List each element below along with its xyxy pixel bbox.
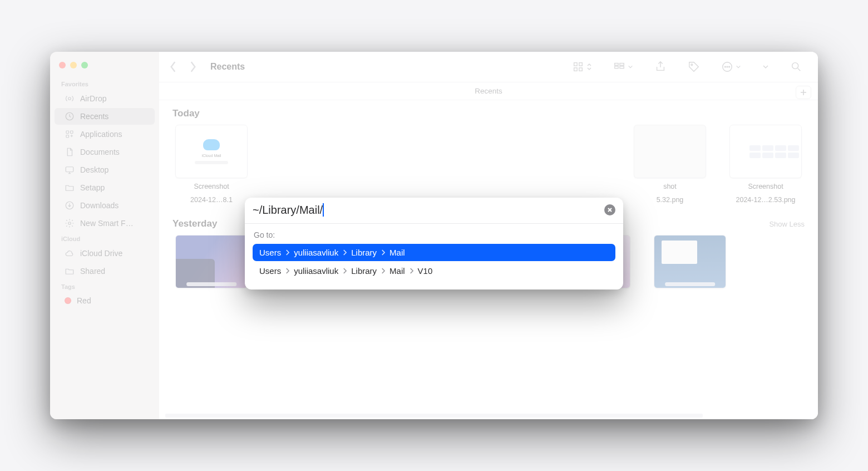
chevron-right-icon — [343, 268, 347, 274]
goto-result[interactable]: UsersyuliiasavliukLibraryMail — [253, 244, 615, 261]
chevron-right-icon — [285, 249, 289, 256]
finder-window: Favorites AirDrop Recents Applications D… — [50, 52, 818, 419]
text-caret — [323, 203, 324, 217]
chevron-right-icon — [410, 268, 413, 274]
path-segment: Library — [351, 248, 377, 257]
path-segment: V10 — [418, 266, 433, 276]
goto-input-row: ~/Library/Mail/ — [245, 198, 623, 224]
goto-folder-dialog: ~/Library/Mail/ Go to: Usersyuliiasavliu… — [245, 198, 623, 290]
goto-input-text: ~/Library/Mail/ — [253, 204, 323, 217]
path-segment: Users — [259, 248, 281, 257]
chevron-right-icon — [381, 268, 385, 274]
chevron-right-icon — [343, 249, 347, 256]
path-segment: Mail — [389, 248, 405, 257]
path-segment: yuliiasavliuk — [294, 248, 338, 257]
close-icon — [607, 207, 613, 213]
path-segment: Library — [351, 266, 377, 276]
path-segment: yuliiasavliuk — [294, 266, 338, 276]
path-segment: Mail — [389, 266, 405, 276]
goto-result[interactable]: UsersyuliiasavliukLibraryMailV10 — [253, 262, 615, 279]
goto-section-label: Go to: — [245, 224, 623, 243]
chevron-right-icon — [285, 268, 289, 274]
path-segment: Users — [259, 266, 281, 276]
goto-input[interactable]: ~/Library/Mail/ — [253, 203, 599, 217]
chevron-right-icon — [381, 249, 385, 256]
clear-input-button[interactable] — [604, 204, 615, 215]
